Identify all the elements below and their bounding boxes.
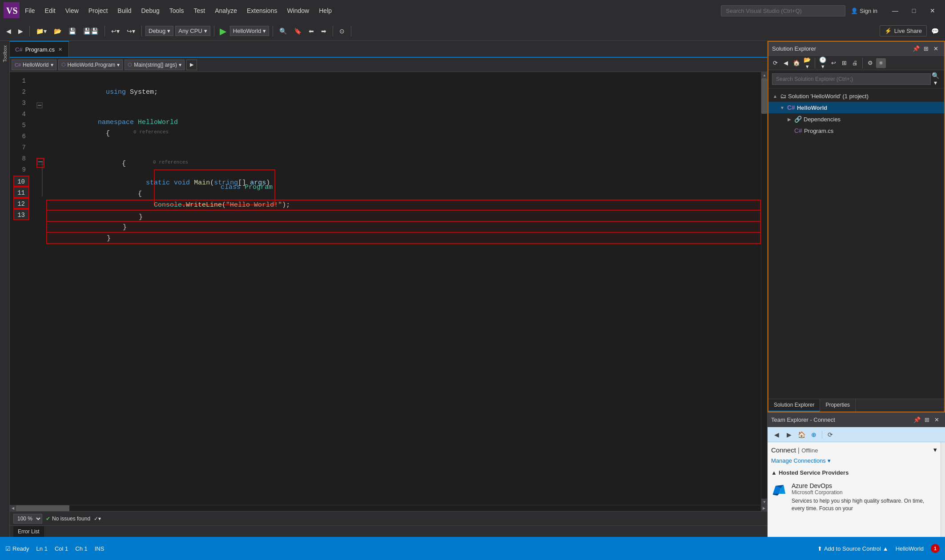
back-sol-button[interactable]: ◀ xyxy=(781,58,791,68)
tab-close-button[interactable]: ✕ xyxy=(57,47,63,52)
editor-scrollbar[interactable]: ▲ ▼ xyxy=(761,72,767,505)
menu-file[interactable]: File xyxy=(20,5,40,16)
close-button[interactable]: ✕ xyxy=(924,4,941,17)
undo-button[interactable]: ↩▾ xyxy=(109,26,122,36)
props-sol-button[interactable]: ≡ xyxy=(876,58,886,68)
home-sol-button[interactable]: 🏠 xyxy=(792,58,801,68)
scroll-thumb[interactable] xyxy=(761,78,767,114)
solution-search-button[interactable]: 🔍▾ xyxy=(931,72,941,86)
back-button[interactable]: ◀ xyxy=(4,26,14,36)
config-dropdown[interactable]: Debug ▾ xyxy=(145,26,173,36)
h-scrollbar[interactable]: ◀ ▶ xyxy=(10,505,767,511)
menu-edit[interactable]: Edit xyxy=(40,5,60,16)
pin-button[interactable]: 📌 xyxy=(911,44,921,54)
te-back-button[interactable]: ◀ xyxy=(771,429,782,440)
collapse-all-button[interactable]: ↩ xyxy=(828,58,838,68)
settings-sol-button[interactable]: ⚙ xyxy=(865,58,875,68)
h-scroll-thumb[interactable] xyxy=(16,505,69,511)
manage-connections[interactable]: Manage Connections ▾ xyxy=(771,457,937,464)
code-line-7: static void Main(string[] args) xyxy=(46,166,761,177)
menu-test[interactable]: Test xyxy=(189,5,209,16)
target-dropdown[interactable]: HelloWorld ▾ xyxy=(230,26,269,36)
te-float-button[interactable]: ⊞ xyxy=(922,415,932,425)
collapse-hosted-icon[interactable]: ▲ xyxy=(771,469,777,476)
h-scroll-left[interactable]: ◀ xyxy=(10,505,16,512)
team-body: Connect | Offline ▾ Manage Connections ▾ xyxy=(768,442,941,537)
sign-in-button[interactable]: 👤 Sign in xyxy=(846,6,882,16)
float-button[interactable]: ⊞ xyxy=(921,44,931,54)
te-home-button[interactable]: 🏠 xyxy=(796,429,807,440)
menu-tools[interactable]: Tools xyxy=(165,5,189,16)
menu-window[interactable]: Window xyxy=(282,5,314,16)
scroll-track[interactable] xyxy=(761,78,767,499)
code-content[interactable]: using System; namespace HelloWorld { xyxy=(46,72,761,505)
status-source-control[interactable]: ⬆ Add to Source Control ▲ xyxy=(817,545,889,552)
scroll-up-arrow[interactable]: ▲ xyxy=(761,72,767,78)
bookmark-button[interactable]: 🔖 xyxy=(291,26,304,36)
menu-view[interactable]: View xyxy=(61,5,83,16)
status-notification-icon[interactable]: 1 xyxy=(931,544,940,553)
method-nav-dropdown[interactable]: ⬡ Main(string[] args) ▾ xyxy=(125,60,185,70)
tab-program-cs[interactable]: C# Program.cs ✕ xyxy=(10,41,69,57)
member-nav-dropdown[interactable]: ⬡ HelloWorld.Program ▾ xyxy=(58,60,123,70)
minimize-button[interactable]: — xyxy=(886,4,904,17)
live-share-button[interactable]: ⚡ Live Share xyxy=(880,25,927,36)
feedback-button[interactable]: 💬 xyxy=(929,26,941,36)
menu-debug[interactable]: Debug xyxy=(137,5,164,16)
team-scrollbar[interactable] xyxy=(941,442,945,537)
spell-check-btn[interactable]: ✓▾ xyxy=(94,516,101,522)
maximize-button[interactable]: □ xyxy=(905,4,923,17)
tab-properties[interactable]: Properties xyxy=(820,399,856,412)
tree-solution[interactable]: ▲ 🗂 Solution 'HelloWorld' (1 project) xyxy=(768,90,944,102)
solution-toggle[interactable]: ▲ xyxy=(772,93,778,99)
connect-dropdown-btn[interactable]: ▾ xyxy=(933,446,937,454)
open-file-button[interactable]: 📂 xyxy=(51,26,64,36)
h-scroll-track[interactable] xyxy=(16,505,761,511)
fold-main-annotated[interactable] xyxy=(36,158,44,168)
project-toggle[interactable]: ▼ xyxy=(779,104,785,111)
save-all-button[interactable]: 💾💾 xyxy=(80,26,101,36)
te-forward-button[interactable]: ▶ xyxy=(784,429,794,440)
nav-prev-button[interactable]: ⬅ xyxy=(306,26,317,36)
menu-help[interactable]: Help xyxy=(314,5,336,16)
nav-scroll-right[interactable]: ▶ xyxy=(186,60,197,70)
te-connect-button[interactable]: ⊕ xyxy=(808,429,819,440)
deps-toggle[interactable]: ▶ xyxy=(786,116,792,122)
menu-build[interactable]: Build xyxy=(113,5,136,16)
breakpoint-button[interactable]: ⊙ xyxy=(337,26,347,36)
te-refresh-button[interactable]: ⟳ xyxy=(825,429,836,440)
run-button[interactable]: ▶ xyxy=(218,26,228,36)
zoom-select[interactable]: 100 % xyxy=(13,514,42,524)
tab-solution-explorer[interactable]: Solution Explorer xyxy=(768,399,820,412)
forward-button[interactable]: ▶ xyxy=(16,26,26,36)
new-project-button[interactable]: 📁▾ xyxy=(33,26,49,36)
status-ch: Ch 1 xyxy=(75,545,87,552)
preview-button[interactable]: 🖨 xyxy=(850,58,860,68)
menu-analyze[interactable]: Analyze xyxy=(210,5,241,16)
h-scroll-right[interactable]: ▶ xyxy=(761,505,767,512)
platform-dropdown[interactable]: Any CPU ▾ xyxy=(175,26,210,36)
class-nav-dropdown[interactable]: C# HelloWorld ▾ xyxy=(12,60,56,70)
toolbox-label[interactable]: Toolbox xyxy=(1,43,8,65)
solution-search-input[interactable] xyxy=(772,73,931,85)
tree-project-helloworld[interactable]: ▼ C# HelloWorld xyxy=(768,102,944,113)
sync-button[interactable]: ⟳ xyxy=(770,58,780,68)
menu-project[interactable]: Project xyxy=(84,5,113,16)
close-panel-button[interactable]: ✕ xyxy=(931,44,941,54)
show-all-button[interactable]: 📂▾ xyxy=(802,58,812,68)
ref-hint-class: 0 references xyxy=(46,128,761,136)
menu-search-input[interactable] xyxy=(721,5,845,16)
save-button[interactable]: 💾 xyxy=(66,26,79,36)
redo-button[interactable]: ↪▾ xyxy=(124,26,138,36)
pending-changes-button[interactable]: ⊞ xyxy=(839,58,849,68)
error-list-tab[interactable]: Error List xyxy=(13,526,44,537)
tree-program-cs[interactable]: ▶ C# Program.cs xyxy=(768,125,944,136)
find-button[interactable]: 🔍 xyxy=(277,26,290,36)
refresh-button[interactable]: 🕐▾ xyxy=(818,58,828,68)
tree-dependencies[interactable]: ▶ 🔗 Dependencies xyxy=(768,113,944,125)
scroll-down-arrow[interactable]: ▼ xyxy=(761,499,767,505)
te-close-button[interactable]: ✕ xyxy=(932,415,941,425)
menu-extensions[interactable]: Extensions xyxy=(242,5,281,16)
nav-next-button[interactable]: ➡ xyxy=(318,26,329,36)
te-pin-button[interactable]: 📌 xyxy=(912,415,922,425)
